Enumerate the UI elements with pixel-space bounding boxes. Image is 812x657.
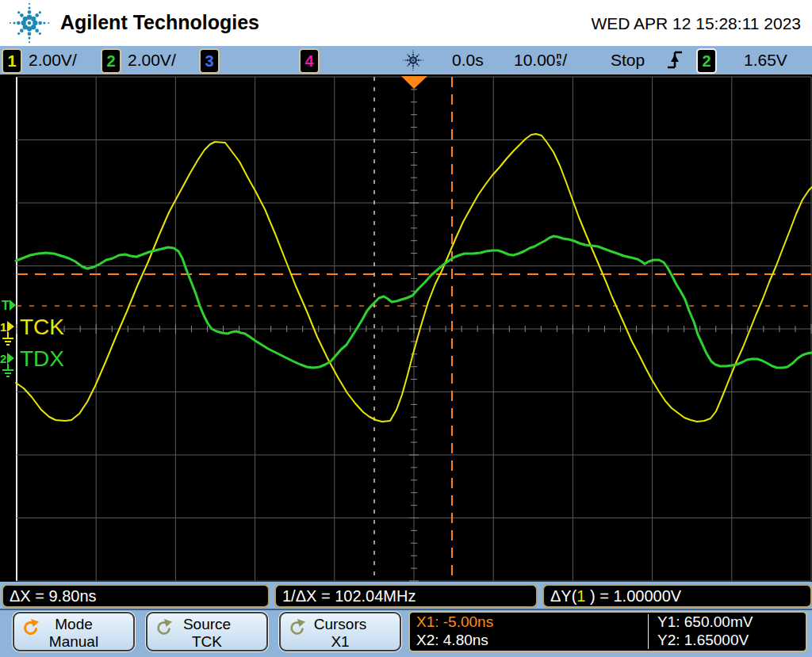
spark-dot (29, 3, 30, 5)
cursor-y1-value: Y1: 650.00mV (657, 613, 753, 631)
channel-2-scale: 2.00V/ (128, 46, 176, 74)
spark-dot (39, 11, 41, 13)
spark-dot (412, 54, 414, 55)
waveform-svg: T 1 2 TCK TDX (0, 74, 812, 582)
softkey-source-button[interactable]: Source TCK (146, 612, 268, 651)
timebase-unit-stack: ns (557, 52, 562, 67)
spark-dot (408, 55, 410, 57)
brand-title: Agilent Technologies (60, 11, 259, 34)
channel-1-scale: 2.00V/ (29, 46, 77, 74)
spark-dot (39, 32, 41, 35)
softkey-cursors-button[interactable]: Cursors X1 (279, 612, 401, 651)
waveform-display: T 1 2 TCK TDX (0, 74, 812, 582)
spark-dot (416, 55, 418, 57)
cursor-x1-value: X1: -5.00ns (416, 613, 493, 631)
knob-icon (154, 619, 173, 636)
graticule (17, 77, 811, 581)
spark-dot (35, 13, 39, 17)
spark-dot (408, 63, 410, 65)
spark-dot (28, 32, 32, 36)
channel-4-badge: 4 (299, 48, 320, 74)
panel-divider (0, 609, 812, 610)
spark-dot (420, 59, 422, 61)
ch1-ground-marker-icon (7, 321, 14, 332)
spark-dot (407, 54, 408, 55)
softkey-mode-button[interactable]: Mode Manual (13, 612, 135, 651)
spark-dot (10, 22, 11, 24)
acquisition-status: Stop (611, 46, 645, 74)
knob-icon (287, 619, 306, 636)
bottom-panel: ΔX = 9.80ns 1/ΔX = 102.04MHz ΔY(1 ) = 1.… (0, 582, 812, 657)
cursor-x2-value: X2: 4.80ns (416, 632, 488, 649)
spark-dot (20, 29, 24, 32)
spark-dot (20, 13, 24, 17)
cursor-values-box: X1: -5.00ns X2: 4.80ns Y1: 650.00mV Y2: … (408, 611, 807, 652)
status-bar: 1 2.00V/ 2 2.00V/ 3 4 0.0s 10.00ns/ Stop… (0, 46, 812, 74)
inverse-delta-x-readout: 1/ΔX = 102.04MHz (274, 584, 538, 608)
spark-dot (43, 21, 45, 24)
ch1-ground-marker-label: 1 (0, 320, 6, 334)
spark-dot (17, 32, 20, 35)
spark-status-icon (401, 48, 425, 72)
header-bar: Agilent Technologies WED APR 12 15:28:11… (0, 0, 812, 46)
spark-dot (412, 67, 414, 69)
ch1-signal-label: TCK (20, 315, 64, 339)
readout-divider (648, 614, 649, 649)
ch2-signal-label: TDX (20, 346, 64, 371)
spark-dot (407, 59, 408, 61)
spark-dot (412, 52, 414, 53)
ch2-ground-symbol-icon (2, 364, 13, 376)
spark-dot (414, 57, 416, 59)
spark-dot (403, 59, 404, 60)
ch1-ground-symbol-icon (2, 332, 13, 345)
spark-dot (418, 54, 419, 55)
spark-dot (412, 50, 413, 51)
oscilloscope-screen: Agilent Technologies WED APR 12 15:28:11… (0, 0, 812, 657)
delta-x-readout: ΔX = 9.80ns (2, 584, 270, 608)
spark-dot (412, 70, 413, 71)
spark-dot (35, 29, 39, 32)
trigger-edge-icon (666, 49, 684, 71)
spark-dot (29, 41, 30, 43)
trigger-source-badge: 2 (696, 48, 717, 74)
trigger-position-marker-icon (401, 76, 427, 89)
timebase-readout: 10.00ns/ (514, 46, 567, 74)
spark-dot (28, 36, 30, 39)
spark-dot (412, 59, 414, 61)
spark-dot (418, 65, 419, 67)
spark-dot (412, 65, 414, 67)
spark-dot (17, 21, 21, 25)
channel-2-badge: 2 (101, 48, 121, 74)
knob-icon (21, 619, 40, 636)
spark-dot (38, 21, 42, 25)
trigger-level-marker-icon (10, 300, 16, 311)
channel-1-badge: 1 (2, 48, 22, 74)
spark-dot (13, 21, 16, 24)
spark-dot (418, 59, 419, 61)
spark-dot (48, 22, 49, 24)
spark-dot (28, 10, 32, 14)
delta-y-readout: ΔY(1 ) = 1.00000V (542, 584, 812, 608)
spark-dot (404, 59, 406, 61)
datetime-display: WED APR 12 15:28:11 2023 (591, 14, 801, 33)
cursor-y2-value: Y2: 1.65000V (657, 632, 749, 649)
spark-dot (17, 11, 20, 13)
channel-3-badge: 3 (199, 48, 220, 74)
spark-dot (423, 59, 423, 60)
spark-dot (416, 63, 418, 65)
ch2-ground-marker-label: 2 (0, 352, 6, 365)
ch2-ground-marker-icon (7, 353, 14, 364)
spark-dot (28, 21, 32, 25)
spark-dot (28, 7, 30, 10)
agilent-spark-logo-icon (6, 2, 52, 44)
spark-dot (407, 65, 408, 67)
spark-dot (31, 17, 36, 21)
trigger-level-marker-label: T (2, 299, 10, 312)
delay-readout: 0.0s (452, 46, 484, 74)
trigger-level-readout: 1.65V (744, 46, 787, 74)
